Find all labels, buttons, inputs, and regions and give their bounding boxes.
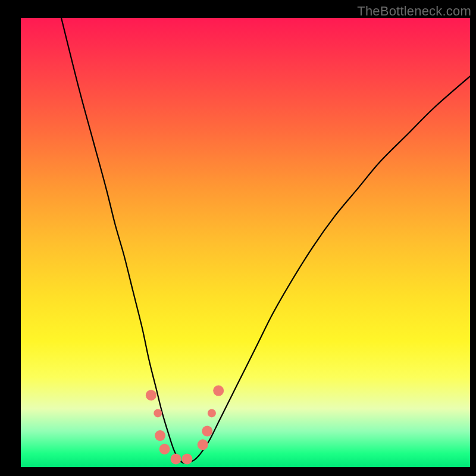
- curve-markers: [146, 386, 224, 465]
- curve-marker: [155, 430, 165, 441]
- curve-marker: [159, 444, 170, 455]
- plot-area: [21, 18, 470, 467]
- chart-svg: [21, 18, 470, 467]
- curve-marker: [171, 453, 181, 464]
- watermark-text: TheBottleneck.com: [357, 4, 471, 19]
- curve-marker: [208, 409, 216, 417]
- chart-frame: TheBottleneck.com: [0, 0, 476, 476]
- curve-marker: [198, 439, 208, 450]
- curve-marker: [154, 409, 162, 417]
- curve-marker: [213, 386, 224, 396]
- curve-line: [61, 18, 470, 463]
- curve-marker: [202, 426, 212, 437]
- curve-marker: [146, 390, 156, 400]
- curve-marker: [181, 453, 192, 464]
